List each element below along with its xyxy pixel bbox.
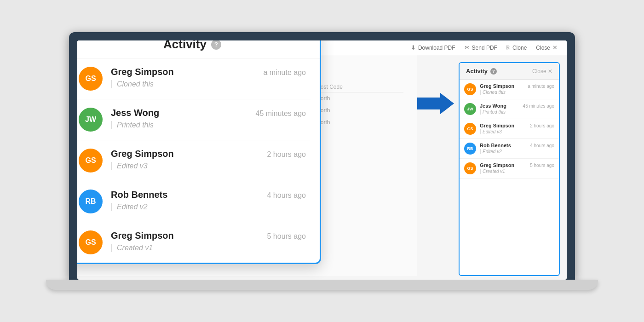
item-action: Created v1 (111, 244, 306, 252)
laptop-bezel: ⬇ Download PDF ✉ Send PDF ⎘ Clone Close … (69, 32, 575, 280)
item-action: Printed this (111, 121, 306, 129)
item-action: Edited v3 (111, 162, 306, 170)
item-content: Jess Wong 45 minutes ago Printed this (111, 108, 306, 129)
avatar: RB (464, 143, 476, 155)
item-action: Printed this (480, 109, 554, 115)
close-icon: ✕ (552, 44, 558, 51)
activity-list-small: GS Greg Simpson a minute ago Cloned this… (460, 80, 559, 178)
item-time: 45 minutes ago (523, 104, 554, 109)
right-arrow-icon (417, 92, 454, 115)
small-panel-title: Activity (466, 68, 488, 75)
activity-item-small: JW Jess Wong 45 minutes ago Printed this (460, 99, 559, 119)
item-time: 5 hours ago (530, 163, 554, 168)
item-row: Greg Simpson 2 hours ago (480, 123, 554, 128)
item-name: Rob Bennets (111, 190, 167, 200)
help-icon-small[interactable]: ? (490, 68, 497, 75)
send-pdf-label: Send PDF (472, 45, 497, 51)
activity-item-small: GS Greg Simpson 5 hours ago Created v1 (460, 159, 559, 178)
item-row: Rob Bennets 4 hours ago (111, 190, 306, 200)
item-action: Created v1 (480, 169, 554, 174)
item-row: Greg Simpson 5 hours ago (480, 162, 554, 168)
item-content: Rob Bennets 4 hours ago Edited v2 (480, 143, 554, 154)
item-action: Cloned this (480, 90, 554, 95)
large-panel-header: Activity ? (77, 40, 320, 58)
item-content: Greg Simpson 2 hours ago Edited v3 (480, 123, 554, 134)
avatar: GS (464, 83, 476, 95)
item-name: Greg Simpson (111, 230, 174, 241)
item-row: Jess Wong 45 minutes ago (480, 103, 554, 109)
activity-panel-small: Activity ? Close ✕ GS Greg Simpson a min… (459, 62, 560, 276)
send-icon: ✉ (465, 44, 470, 51)
close-button[interactable]: Close ✕ (536, 44, 558, 51)
clone-icon: ⎘ (506, 44, 510, 51)
item-time: a minute ago (263, 69, 306, 77)
avatar: GS (464, 123, 476, 135)
item-content: Greg Simpson a minute ago Cloned this (111, 67, 306, 88)
help-icon-large[interactable]: ? (211, 40, 221, 50)
laptop-screen: ⬇ Download PDF ✉ Send PDF ⎘ Clone Close … (77, 40, 567, 280)
item-time: 5 hours ago (267, 232, 306, 241)
item-content: Jess Wong 45 minutes ago Printed this (480, 103, 554, 115)
clone-button[interactable]: ⎘ Clone (506, 44, 527, 51)
table-cell: North (313, 104, 403, 116)
avatar: GS (79, 149, 103, 172)
item-action: Edited v2 (111, 203, 306, 211)
activity-item-small: RB Rob Bennets 4 hours ago Edited v2 (460, 139, 559, 159)
avatar: RB (79, 190, 103, 213)
avatar: GS (79, 67, 103, 91)
activity-item-small: GS Greg Simpson 2 hours ago Edited v3 (460, 119, 559, 139)
send-pdf-button[interactable]: ✉ Send PDF (465, 44, 497, 51)
small-panel-close[interactable]: Close ✕ (532, 68, 552, 75)
activity-panel-large: Activity ? GS Greg Simpson a minute ago … (77, 40, 321, 264)
avatar: GS (464, 162, 476, 174)
item-name: Greg Simpson (111, 67, 174, 77)
item-name: Greg Simpson (480, 83, 514, 89)
activity-item-large: GS Greg Simpson 2 hours ago Edited v3 (77, 140, 310, 181)
item-action: Edited v2 (480, 149, 554, 154)
arrow-container (417, 55, 459, 276)
activity-item-large: GS Greg Simpson 5 hours ago Created v1 (77, 222, 310, 263)
activity-list-large: GS Greg Simpson a minute ago Cloned this… (77, 58, 320, 263)
item-content: Rob Bennets 4 hours ago Edited v2 (111, 190, 306, 211)
laptop-base (46, 280, 598, 290)
svg-marker-0 (417, 93, 454, 114)
item-content: Greg Simpson 5 hours ago Created v1 (480, 162, 554, 174)
download-pdf-label: Download PDF (418, 45, 455, 51)
item-time: 4 hours ago (530, 143, 554, 148)
item-time: a minute ago (528, 84, 554, 89)
close-label: Close (536, 45, 550, 51)
activity-item-large: RB Rob Bennets 4 hours ago Edited v2 (77, 181, 310, 222)
activity-item-large: GS Greg Simpson a minute ago Cloned this (77, 58, 310, 99)
item-row: Greg Simpson 2 hours ago (111, 149, 306, 159)
item-content: Greg Simpson a minute ago Cloned this (480, 83, 554, 95)
item-row: Greg Simpson a minute ago (480, 83, 554, 89)
activity-item-small: GS Greg Simpson a minute ago Cloned this (460, 80, 559, 99)
item-content: Greg Simpson 5 hours ago Created v1 (111, 230, 306, 252)
clone-label: Clone (512, 45, 527, 51)
item-row: Rob Bennets 4 hours ago (480, 143, 554, 148)
avatar: JW (464, 103, 476, 115)
item-row: Greg Simpson a minute ago (111, 67, 306, 77)
item-name: Greg Simpson (480, 123, 514, 128)
item-time: 2 hours ago (530, 123, 554, 128)
large-panel-title: Activity (163, 40, 207, 52)
avatar: JW (79, 108, 103, 132)
activity-item-large: JW Jess Wong 45 minutes ago Printed this (77, 99, 310, 140)
download-icon: ⬇ (411, 44, 416, 51)
item-time: 45 minutes ago (256, 109, 306, 118)
item-action: Edited v3 (480, 129, 554, 134)
item-name: Jess Wong (111, 108, 159, 118)
item-time: 2 hours ago (267, 150, 306, 159)
item-name: Greg Simpson (480, 162, 514, 168)
download-pdf-button[interactable]: ⬇ Download PDF (411, 44, 455, 51)
table-cell: North (313, 116, 403, 128)
item-row: Greg Simpson 5 hours ago (111, 230, 306, 241)
laptop-wrapper: ⬇ Download PDF ✉ Send PDF ⎘ Clone Close … (23, 32, 621, 290)
table-cell: North (313, 92, 403, 104)
item-name: Jess Wong (480, 103, 506, 109)
item-action: Cloned this (111, 80, 306, 88)
item-content: Greg Simpson 2 hours ago Edited v3 (111, 149, 306, 170)
col-cost-code: Cost Code (313, 82, 403, 92)
item-name: Rob Bennets (480, 143, 511, 148)
item-time: 4 hours ago (267, 191, 306, 200)
